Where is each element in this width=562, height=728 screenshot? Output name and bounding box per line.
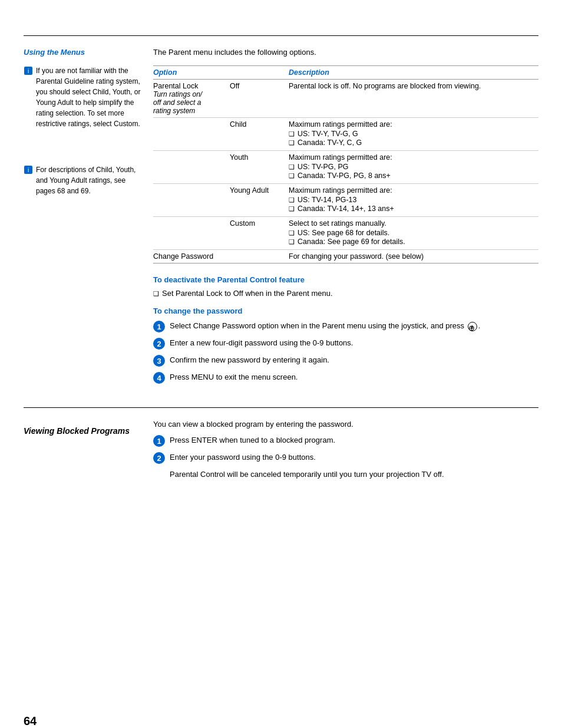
step-4: 4 Press MENU to exit the menu screen.: [153, 371, 538, 384]
options-table: Option Description Parental Lock Turn ra…: [153, 65, 538, 263]
step-text-2: Enter a new four-digit password using th…: [170, 337, 538, 349]
table-cell-value: Custom: [230, 217, 289, 250]
table-cell-option: [153, 151, 230, 184]
list-item: Canada: See page 69 for details.: [289, 238, 534, 246]
deactivate-heading: To deactivate the Parental Control featu…: [153, 275, 538, 284]
table-row: Child Maximum ratings permitted are: US:…: [153, 118, 538, 151]
col-header-desc: Description: [289, 66, 538, 80]
sidebar2: Viewing Blocked Programs: [24, 414, 153, 480]
section2-step-badge-2: 2: [153, 452, 165, 464]
intro-text: The Parent menu includes the following o…: [153, 48, 538, 57]
section-title: Using the Menus: [24, 48, 141, 57]
bullet-list: US: TV-Y, TV-G, G Canada: TV-Y, C, G: [289, 130, 534, 147]
list-item: Canada: TV-PG, PG, 8 ans+: [289, 172, 534, 180]
section2-step-badge-1: 1: [153, 435, 165, 447]
second-section: Viewing Blocked Programs You can view a …: [24, 408, 538, 480]
col-header-value: [230, 66, 289, 80]
table-cell-value: Young Adult: [230, 184, 289, 217]
section2-intro: You can view a blocked program by enteri…: [153, 420, 538, 429]
table-cell-option: [153, 184, 230, 217]
deactivate-section: To deactivate the Parental Control featu…: [153, 275, 538, 298]
col-header-option: Option: [153, 66, 230, 80]
password-section: To change the password 1 Select Change P…: [153, 307, 538, 384]
svg-text:i: i: [28, 167, 29, 173]
option-sub: Turn ratings on/off and select arating s…: [153, 90, 202, 115]
section2-step-1: 1 Press ENTER when tuned to a blocked pr…: [153, 434, 538, 447]
sidebar: Using the Menus i If you are not familia…: [24, 42, 153, 390]
table-cell-desc: Maximum ratings permitted are: US: TV-PG…: [289, 151, 538, 184]
table-row: Youth Maximum ratings permitted are: US:…: [153, 151, 538, 184]
table-cell-desc: Maximum ratings permitted are: US: TV-14…: [289, 184, 538, 217]
list-item: Canada: TV-Y, C, G: [289, 139, 534, 147]
option-name: Parental Lock: [153, 82, 198, 90]
table-cell-value: Youth: [230, 151, 289, 184]
sidebar-note-2-text: For descriptions of Child, Youth, and Yo…: [36, 164, 141, 196]
table-cell-desc: Parental lock is off. No programs are bl…: [289, 80, 538, 118]
sidebar-note-1-text: If you are not familiar with the Parenta…: [36, 65, 141, 129]
table-cell-desc: Maximum ratings permitted are: US: TV-Y,…: [289, 118, 538, 151]
step-3: 3 Confirm the new password by entering i…: [153, 354, 538, 367]
list-item: US: TV-14, PG-13: [289, 196, 534, 204]
page-container: Using the Menus i If you are not familia…: [0, 35, 562, 728]
bullet-list: US: TV-PG, PG Canada: TV-PG, PG, 8 ans+: [289, 163, 534, 180]
table-cell-option: [153, 217, 230, 250]
step-badge-3: 3: [153, 355, 165, 367]
step-text-3: Confirm the new password by entering it …: [170, 354, 538, 366]
table-cell-value: Off: [230, 80, 289, 118]
right-content: The Parent menu includes the following o…: [153, 42, 538, 390]
table-cell-option: Change Password: [153, 250, 230, 263]
list-item: US: TV-Y, TV-G, G: [289, 130, 534, 138]
table-cell-option: Parental Lock Turn ratings on/off and se…: [153, 80, 230, 118]
table-cell-option: [153, 118, 230, 151]
svg-text:i: i: [28, 68, 29, 74]
table-row: Young Adult Maximum ratings permitted ar…: [153, 184, 538, 217]
list-item: Canada: TV-14, 14+, 13 ans+: [289, 205, 534, 213]
step-badge-2: 2: [153, 338, 165, 350]
section2-step-text-1: Press ENTER when tuned to a blocked prog…: [170, 434, 538, 446]
table-cell-desc: Select to set ratings manually. US: See …: [289, 217, 538, 250]
step-text-4: Press MENU to exit the menu screen.: [170, 371, 538, 383]
table-cell-value: Child: [230, 118, 289, 151]
bullet-list: US: TV-14, PG-13 Canada: TV-14, 14+, 13 …: [289, 196, 534, 213]
table-row: Custom Select to set ratings manually. U…: [153, 217, 538, 250]
main-content: Using the Menus i If you are not familia…: [24, 36, 538, 390]
sidebar-note-2: i For descriptions of Child, Youth, and …: [24, 164, 141, 196]
page-number: 64: [24, 714, 37, 728]
list-item: US: TV-PG, PG: [289, 163, 534, 171]
section2-step-text-2: Enter your password using the 0-9 button…: [170, 452, 538, 463]
note-icon-2: i: [24, 165, 33, 174]
table-row: Parental Lock Turn ratings on/off and se…: [153, 80, 538, 118]
table-cell-value: [230, 250, 289, 263]
sidebar-note-1: i If you are not familiar with the Paren…: [24, 65, 141, 129]
note-icon-1: i: [24, 66, 33, 75]
bullet-list: US: See page 68 for details. Canada: See…: [289, 229, 534, 246]
step-2: 2 Enter a new four-digit password using …: [153, 337, 538, 350]
section2-note: Parental Control will be canceled tempor…: [170, 469, 538, 480]
section2-step-2: 2 Enter your password using the 0-9 butt…: [153, 452, 538, 464]
step-1: 1 Select Change Password option when in …: [153, 320, 538, 332]
section2-title: Viewing Blocked Programs: [24, 426, 141, 437]
table-row: Change Password For changing your passwo…: [153, 250, 538, 263]
password-heading: To change the password: [153, 307, 538, 315]
joystick-icon: ⊕: [468, 322, 477, 331]
step-badge-1: 1: [153, 321, 165, 332]
deactivate-item: Set Parental Lock to Off when in the Par…: [153, 289, 538, 298]
list-item: US: See page 68 for details.: [289, 229, 534, 237]
step-badge-4: 4: [153, 372, 165, 384]
step-text-1: Select Change Password option when in th…: [170, 320, 538, 332]
right-content2: You can view a blocked program by enteri…: [153, 414, 538, 480]
table-cell-desc: For changing your password. (see below): [289, 250, 538, 263]
